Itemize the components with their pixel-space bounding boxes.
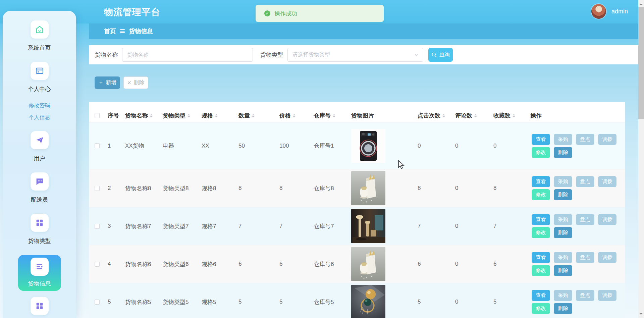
sidebar-item-label: 货物信息 bbox=[28, 280, 51, 287]
cell-favorites: 5 bbox=[491, 299, 528, 305]
table-row: 1XX货物电器XX50100仓库号1000查看采购盘点调拨修改删除 bbox=[89, 122, 625, 169]
column-header-序号: 序号 bbox=[105, 112, 122, 119]
user-box[interactable]: admin bbox=[591, 4, 628, 19]
product-image-gift-box[interactable] bbox=[348, 171, 415, 205]
row-action-采购[interactable]: 采购 bbox=[554, 214, 572, 225]
row-action-修改[interactable]: 修改 bbox=[532, 227, 550, 238]
product-image-washing-machine[interactable] bbox=[348, 129, 415, 163]
row-action-调拨[interactable]: 调拨 bbox=[598, 290, 616, 301]
sort-caret-icon[interactable] bbox=[513, 113, 515, 119]
success-check-icon: ✓ bbox=[264, 10, 270, 16]
cell-index: 2 bbox=[105, 185, 122, 192]
row-action-删除[interactable]: 删除 bbox=[554, 189, 572, 200]
vertical-scrollbar[interactable] bbox=[638, 0, 644, 318]
row-checkbox[interactable] bbox=[95, 300, 100, 305]
sidebar-item-配送员[interactable]: 配送员 bbox=[18, 172, 61, 204]
cell-clicks: 5 bbox=[415, 299, 452, 305]
row-action-查看[interactable]: 查看 bbox=[532, 176, 550, 187]
row-action-采购[interactable]: 采购 bbox=[554, 290, 572, 301]
row-action-修改[interactable]: 修改 bbox=[532, 303, 550, 314]
row-actions: 查看采购盘点调拨修改删除 bbox=[528, 134, 624, 158]
sort-caret-icon[interactable] bbox=[252, 113, 255, 119]
cell-name: 货物名称8 bbox=[122, 184, 160, 192]
sidebar-item-货物信息[interactable]: 货物信息 bbox=[18, 255, 61, 291]
sort-caret-icon[interactable] bbox=[442, 113, 445, 119]
cell-price: 7 bbox=[277, 223, 311, 229]
row-action-盘点[interactable]: 盘点 bbox=[576, 214, 594, 225]
scrollbar-down-icon[interactable] bbox=[640, 313, 642, 316]
table-row: 3货物名称7货物类型7规格777仓库号7707查看采购盘点调拨修改删除 bbox=[89, 207, 625, 245]
query-button[interactable]: 查询 bbox=[428, 48, 453, 62]
row-action-修改[interactable]: 修改 bbox=[532, 265, 550, 276]
avatar[interactable] bbox=[591, 4, 606, 19]
row-action-查看[interactable]: 查看 bbox=[532, 290, 550, 301]
column-label: 货物图片 bbox=[351, 112, 374, 119]
chat-icon bbox=[31, 172, 49, 191]
row-action-采购[interactable]: 采购 bbox=[554, 176, 572, 187]
column-label: 数量 bbox=[238, 112, 250, 119]
sort-caret-icon[interactable] bbox=[187, 113, 190, 119]
row-action-查看[interactable]: 查看 bbox=[532, 252, 550, 263]
row-action-修改[interactable]: 修改 bbox=[532, 189, 550, 200]
row-action-查看[interactable]: 查看 bbox=[532, 134, 550, 145]
row-action-调拨[interactable]: 调拨 bbox=[598, 252, 616, 263]
product-image-gift-box[interactable] bbox=[348, 247, 415, 281]
cell-comments: 0 bbox=[452, 223, 491, 229]
row-action-调拨[interactable]: 调拨 bbox=[598, 176, 616, 187]
sidebar-item-货物类型[interactable]: 货物类型 bbox=[18, 214, 61, 245]
sort-caret-icon[interactable] bbox=[333, 113, 335, 119]
product-image-pearl-jewelry[interactable] bbox=[348, 285, 415, 318]
row-action-查看[interactable]: 查看 bbox=[532, 214, 550, 225]
row-action-调拨[interactable]: 调拨 bbox=[598, 134, 616, 145]
cell-comments: 0 bbox=[452, 143, 491, 149]
product-image-room-interior[interactable] bbox=[348, 209, 415, 243]
sort-caret-icon[interactable] bbox=[474, 113, 477, 119]
row-action-删除[interactable]: 删除 bbox=[554, 147, 572, 158]
row-action-修改[interactable]: 修改 bbox=[532, 147, 550, 158]
row-checkbox[interactable] bbox=[95, 262, 100, 267]
sidebar-item-货物订单[interactable]: 货物订单 bbox=[18, 297, 61, 318]
row-action-盘点[interactable]: 盘点 bbox=[576, 176, 594, 187]
cell-price: 6 bbox=[277, 261, 311, 267]
select-all-checkbox[interactable] bbox=[95, 113, 100, 118]
row-action-删除[interactable]: 删除 bbox=[554, 303, 572, 314]
row-checkbox[interactable] bbox=[95, 186, 100, 191]
scrollbar-up-icon[interactable] bbox=[640, 2, 642, 5]
cell-name: 货物名称7 bbox=[122, 222, 160, 230]
sidebar-item-用户[interactable]: 用户 bbox=[18, 131, 61, 162]
row-action-采购[interactable]: 采购 bbox=[554, 134, 572, 145]
sort-caret-icon[interactable] bbox=[293, 113, 296, 119]
cargo-type-select[interactable]: 请选择货物类型 ∨ bbox=[287, 48, 423, 62]
cell-clicks: 6 bbox=[415, 261, 452, 267]
row-action-采购[interactable]: 采购 bbox=[554, 252, 572, 263]
row-action-盘点[interactable]: 盘点 bbox=[576, 134, 594, 145]
row-action-盘点[interactable]: 盘点 bbox=[576, 290, 594, 301]
column-header-仓库号: 仓库号 bbox=[311, 112, 348, 119]
sidebar-sublink-个人信息[interactable]: 个人信息 bbox=[29, 114, 50, 121]
row-checkbox[interactable] bbox=[95, 143, 100, 148]
row-action-调拨[interactable]: 调拨 bbox=[598, 214, 616, 225]
sort-caret-icon[interactable] bbox=[215, 113, 218, 119]
column-label: 规格 bbox=[202, 112, 213, 119]
column-header-货物类型: 货物类型 bbox=[160, 112, 199, 119]
row-action-删除[interactable]: 删除 bbox=[554, 227, 572, 238]
column-label: 点击次数 bbox=[418, 112, 440, 119]
row-select-cell bbox=[89, 224, 105, 229]
table-row: 4货物名称6货物类型6规格666仓库号6606查看采购盘点调拨修改删除 bbox=[89, 245, 625, 283]
cargo-name-input[interactable] bbox=[122, 48, 253, 62]
row-action-删除[interactable]: 删除 bbox=[554, 265, 572, 276]
row-action-盘点[interactable]: 盘点 bbox=[576, 252, 594, 263]
cell-quantity: 7 bbox=[236, 223, 277, 229]
scrollbar-thumb[interactable] bbox=[638, 7, 644, 119]
sidebar-sublink-修改密码[interactable]: 修改密码 bbox=[29, 102, 50, 109]
row-checkbox[interactable] bbox=[95, 224, 100, 229]
close-icon: ✕ bbox=[127, 80, 131, 86]
add-button[interactable]: ＋ 新增 bbox=[95, 76, 120, 89]
chevron-down-icon: ∨ bbox=[415, 52, 418, 57]
delete-button-label: 删除 bbox=[134, 79, 145, 86]
sidebar-item-系统首页[interactable]: 系统首页 bbox=[18, 20, 61, 52]
delete-button[interactable]: ✕ 删除 bbox=[123, 76, 148, 89]
sort-caret-icon[interactable] bbox=[150, 113, 153, 119]
sidebar-item-个人中心[interactable]: 个人中心 bbox=[18, 62, 61, 93]
breadcrumb-home[interactable]: 首页 bbox=[104, 27, 116, 35]
